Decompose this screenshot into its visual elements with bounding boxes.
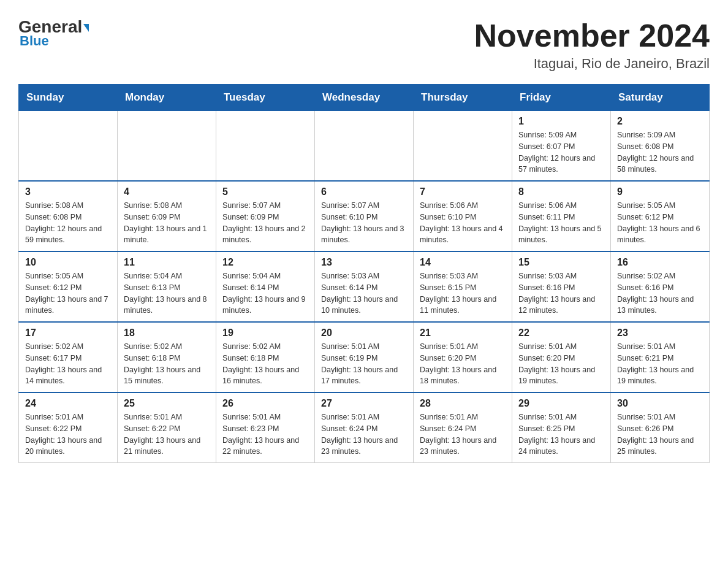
calendar-day-cell: 26Sunrise: 5:01 AMSunset: 6:23 PMDayligh… [216, 393, 315, 463]
day-info: Sunrise: 5:03 AMSunset: 6:15 PMDaylight:… [420, 270, 506, 316]
calendar-day-cell: 6Sunrise: 5:07 AMSunset: 6:10 PMDaylight… [315, 181, 414, 251]
day-number: 16 [617, 257, 703, 268]
day-info: Sunrise: 5:04 AMSunset: 6:13 PMDaylight:… [124, 270, 210, 316]
location: Itaguai, Rio de Janeiro, Brazil [474, 56, 710, 72]
day-info: Sunrise: 5:01 AMSunset: 6:22 PMDaylight:… [25, 412, 111, 458]
day-info: Sunrise: 5:02 AMSunset: 6:16 PMDaylight:… [617, 270, 703, 316]
calendar-day-cell: 24Sunrise: 5:01 AMSunset: 6:22 PMDayligh… [19, 393, 118, 463]
day-info: Sunrise: 5:03 AMSunset: 6:16 PMDaylight:… [518, 270, 604, 316]
calendar-day-cell: 8Sunrise: 5:06 AMSunset: 6:11 PMDaylight… [512, 181, 611, 251]
day-number: 14 [420, 257, 506, 268]
calendar-day-cell: 9Sunrise: 5:05 AMSunset: 6:12 PMDaylight… [611, 181, 710, 251]
day-info: Sunrise: 5:02 AMSunset: 6:18 PMDaylight:… [222, 341, 308, 387]
calendar-table: SundayMondayTuesdayWednesdayThursdayFrid… [18, 84, 710, 463]
calendar-day-cell: 22Sunrise: 5:01 AMSunset: 6:20 PMDayligh… [512, 322, 611, 393]
day-number: 2 [617, 116, 703, 127]
calendar-week-row: 24Sunrise: 5:01 AMSunset: 6:22 PMDayligh… [19, 393, 710, 463]
day-info: Sunrise: 5:01 AMSunset: 6:21 PMDaylight:… [617, 341, 703, 387]
day-of-week-header: Friday [512, 85, 611, 110]
day-info: Sunrise: 5:05 AMSunset: 6:12 PMDaylight:… [617, 200, 703, 246]
day-of-week-header: Monday [118, 85, 216, 110]
calendar-week-row: 10Sunrise: 5:05 AMSunset: 6:12 PMDayligh… [19, 251, 710, 322]
day-info: Sunrise: 5:04 AMSunset: 6:14 PMDaylight:… [222, 270, 308, 316]
day-number: 22 [518, 327, 604, 339]
page-header: General Blue November 2024 Itaguai, Rio … [18, 18, 710, 72]
day-number: 8 [518, 186, 604, 197]
day-number: 24 [25, 398, 111, 409]
day-info: Sunrise: 5:01 AMSunset: 6:20 PMDaylight:… [518, 341, 604, 387]
calendar-header-row: SundayMondayTuesdayWednesdayThursdayFrid… [19, 85, 710, 110]
day-info: Sunrise: 5:08 AMSunset: 6:08 PMDaylight:… [25, 200, 111, 246]
calendar-day-cell: 4Sunrise: 5:08 AMSunset: 6:09 PMDaylight… [118, 181, 216, 251]
calendar-day-cell: 23Sunrise: 5:01 AMSunset: 6:21 PMDayligh… [611, 322, 710, 393]
day-number: 3 [25, 186, 111, 197]
day-number: 4 [124, 186, 210, 197]
day-number: 28 [420, 398, 506, 409]
day-info: Sunrise: 5:01 AMSunset: 6:23 PMDaylight:… [222, 412, 308, 458]
day-number: 23 [617, 327, 703, 339]
logo-blue: Blue [18, 33, 49, 49]
calendar-day-cell: 21Sunrise: 5:01 AMSunset: 6:20 PMDayligh… [414, 322, 512, 393]
calendar-day-cell: 14Sunrise: 5:03 AMSunset: 6:15 PMDayligh… [414, 251, 512, 322]
day-info: Sunrise: 5:02 AMSunset: 6:18 PMDaylight:… [124, 341, 210, 387]
day-number: 1 [518, 116, 604, 127]
day-of-week-header: Wednesday [315, 85, 414, 110]
day-number: 20 [321, 327, 407, 339]
calendar-day-cell: 7Sunrise: 5:06 AMSunset: 6:10 PMDaylight… [414, 181, 512, 251]
calendar-day-cell [216, 110, 315, 181]
calendar-day-cell: 16Sunrise: 5:02 AMSunset: 6:16 PMDayligh… [611, 251, 710, 322]
day-info: Sunrise: 5:01 AMSunset: 6:24 PMDaylight:… [420, 412, 506, 458]
month-title: November 2024 [474, 18, 710, 53]
day-info: Sunrise: 5:05 AMSunset: 6:12 PMDaylight:… [25, 270, 111, 316]
day-info: Sunrise: 5:06 AMSunset: 6:11 PMDaylight:… [518, 200, 604, 246]
day-of-week-header: Tuesday [216, 85, 315, 110]
day-number: 19 [222, 327, 308, 339]
calendar-day-cell: 25Sunrise: 5:01 AMSunset: 6:22 PMDayligh… [118, 393, 216, 463]
calendar-week-row: 1Sunrise: 5:09 AMSunset: 6:07 PMDaylight… [19, 110, 710, 181]
calendar-day-cell: 19Sunrise: 5:02 AMSunset: 6:18 PMDayligh… [216, 322, 315, 393]
calendar-day-cell: 29Sunrise: 5:01 AMSunset: 6:25 PMDayligh… [512, 393, 611, 463]
calendar-day-cell: 30Sunrise: 5:01 AMSunset: 6:26 PMDayligh… [611, 393, 710, 463]
calendar-day-cell: 13Sunrise: 5:03 AMSunset: 6:14 PMDayligh… [315, 251, 414, 322]
calendar-day-cell: 15Sunrise: 5:03 AMSunset: 6:16 PMDayligh… [512, 251, 611, 322]
day-info: Sunrise: 5:07 AMSunset: 6:10 PMDaylight:… [321, 200, 407, 246]
day-info: Sunrise: 5:08 AMSunset: 6:09 PMDaylight:… [124, 200, 210, 246]
day-number: 6 [321, 186, 407, 197]
day-number: 9 [617, 186, 703, 197]
day-info: Sunrise: 5:06 AMSunset: 6:10 PMDaylight:… [420, 200, 506, 246]
day-info: Sunrise: 5:01 AMSunset: 6:25 PMDaylight:… [518, 412, 604, 458]
day-info: Sunrise: 5:01 AMSunset: 6:19 PMDaylight:… [321, 341, 407, 387]
day-info: Sunrise: 5:01 AMSunset: 6:26 PMDaylight:… [617, 412, 703, 458]
day-number: 12 [222, 257, 308, 268]
title-block: November 2024 Itaguai, Rio de Janeiro, B… [474, 18, 710, 72]
day-number: 18 [124, 327, 210, 339]
day-number: 13 [321, 257, 407, 268]
day-number: 17 [25, 327, 111, 339]
day-number: 7 [420, 186, 506, 197]
day-info: Sunrise: 5:09 AMSunset: 6:07 PMDaylight:… [518, 129, 604, 175]
day-number: 26 [222, 398, 308, 409]
calendar-day-cell [414, 110, 512, 181]
day-number: 5 [222, 186, 308, 197]
calendar-day-cell: 18Sunrise: 5:02 AMSunset: 6:18 PMDayligh… [118, 322, 216, 393]
calendar-week-row: 3Sunrise: 5:08 AMSunset: 6:08 PMDaylight… [19, 181, 710, 251]
calendar-day-cell: 12Sunrise: 5:04 AMSunset: 6:14 PMDayligh… [216, 251, 315, 322]
day-number: 15 [518, 257, 604, 268]
day-of-week-header: Sunday [19, 85, 118, 110]
day-info: Sunrise: 5:03 AMSunset: 6:14 PMDaylight:… [321, 270, 407, 316]
day-number: 11 [124, 257, 210, 268]
day-of-week-header: Thursday [414, 85, 512, 110]
calendar-day-cell: 2Sunrise: 5:09 AMSunset: 6:08 PMDaylight… [611, 110, 710, 181]
day-number: 21 [420, 327, 506, 339]
day-number: 27 [321, 398, 407, 409]
day-info: Sunrise: 5:09 AMSunset: 6:08 PMDaylight:… [617, 129, 703, 175]
calendar-day-cell: 27Sunrise: 5:01 AMSunset: 6:24 PMDayligh… [315, 393, 414, 463]
day-number: 25 [124, 398, 210, 409]
calendar-day-cell [19, 110, 118, 181]
calendar-day-cell: 17Sunrise: 5:02 AMSunset: 6:17 PMDayligh… [19, 322, 118, 393]
day-number: 10 [25, 257, 111, 268]
logo: General Blue [18, 18, 89, 49]
calendar-week-row: 17Sunrise: 5:02 AMSunset: 6:17 PMDayligh… [19, 322, 710, 393]
day-info: Sunrise: 5:02 AMSunset: 6:17 PMDaylight:… [25, 341, 111, 387]
calendar-day-cell: 5Sunrise: 5:07 AMSunset: 6:09 PMDaylight… [216, 181, 315, 251]
